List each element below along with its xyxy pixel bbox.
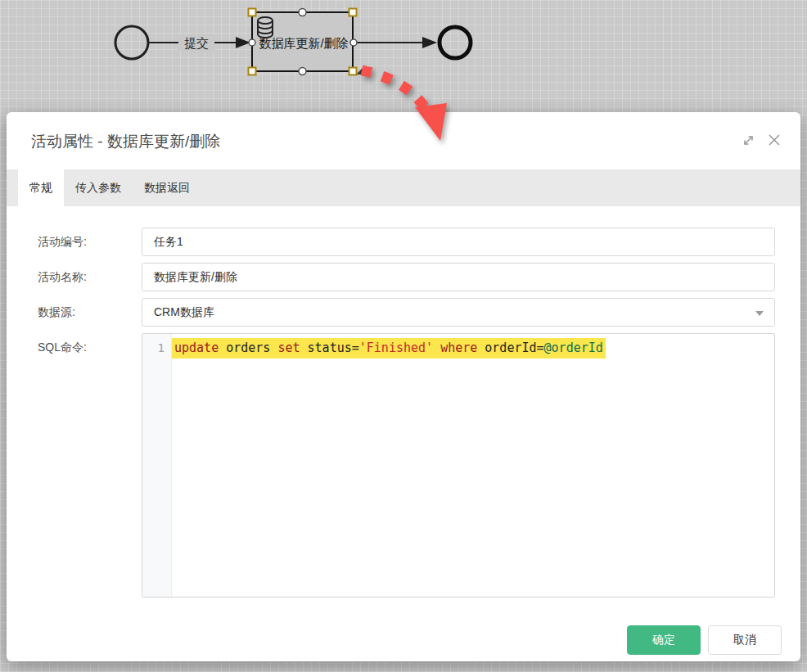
- close-icon[interactable]: [766, 132, 782, 148]
- activity-id-input[interactable]: 任务1: [142, 228, 775, 256]
- task-node-label: 数据库更新/删除: [259, 36, 348, 50]
- form-row-sql: SQL命令: 1 update orders set status='Finis…: [38, 333, 775, 598]
- edge-label[interactable]: 提交: [184, 36, 209, 50]
- line-number: 1: [142, 338, 165, 359]
- end-event-circle[interactable]: [440, 27, 471, 58]
- sql-token: orders: [219, 341, 277, 355]
- editor-code-area[interactable]: update orders set status='Finished' wher…: [172, 334, 774, 597]
- activity-id-label: 活动编号:: [38, 228, 142, 256]
- expand-icon[interactable]: [740, 132, 756, 148]
- activity-name-input[interactable]: 数据库更新/删除: [142, 263, 775, 291]
- activity-id-value: 任务1: [154, 235, 183, 250]
- sql-token: orderId=: [477, 341, 543, 355]
- activity-name-value: 数据库更新/删除: [154, 270, 237, 285]
- sql-line-1[interactable]: update orders set status='Finished' wher…: [172, 338, 774, 359]
- dropdown-caret-icon: [755, 311, 764, 316]
- dialog-title: 活动属性 - 数据库更新/删除: [31, 131, 220, 152]
- sql-token: update: [174, 341, 219, 355]
- activity-name-label: 活动名称:: [38, 263, 142, 291]
- sql-code-editor[interactable]: 1 update orders set status='Finished' wh…: [142, 333, 775, 598]
- sql-token: where: [440, 341, 477, 355]
- datasource-value: CRM数据库: [154, 305, 214, 320]
- cancel-button[interactable]: 取消: [708, 625, 782, 655]
- form-row-activity-name: 活动名称: 数据库更新/删除: [38, 263, 775, 291]
- form-row-activity-id: 活动编号: 任务1: [38, 228, 775, 256]
- tab-input-params[interactable]: 传入参数: [64, 169, 133, 206]
- sql-token: set: [277, 341, 300, 355]
- workflow-canvas[interactable]: 提交 数据库更新/删除: [0, 0, 807, 112]
- sql-token: status=: [300, 341, 359, 355]
- edge-arrowhead-2: [422, 37, 437, 48]
- datasource-select[interactable]: CRM数据库: [142, 298, 775, 327]
- sql-token: [433, 341, 440, 355]
- dialog-footer: 确定 取消: [7, 604, 800, 655]
- dialog-header: 活动属性 - 数据库更新/删除: [7, 112, 800, 169]
- resize-grip[interactable]: [356, 65, 365, 74]
- sql-token: 'Finished': [359, 341, 433, 355]
- ok-button[interactable]: 确定: [627, 625, 701, 655]
- tab-general[interactable]: 常规: [18, 169, 64, 206]
- sql-label: SQL命令:: [38, 333, 142, 598]
- workflow-editor-page: { "canvas": { "edge_label": "提交", "node_…: [0, 0, 807, 672]
- task-node[interactable]: 数据库更新/删除: [252, 12, 353, 71]
- tab-data-return[interactable]: 数据返回: [133, 169, 201, 206]
- dialog-tabbar: 常规 传入参数 数据返回: [7, 169, 800, 206]
- activity-properties-dialog: 活动属性 - 数据库更新/删除 常规 传入参数 数据返回 活动编号: [7, 112, 800, 661]
- dialog-body: 活动编号: 任务1 活动名称: 数据库更新/删除 数据源: CRM数据库 SQL…: [7, 206, 800, 598]
- datasource-label: 数据源:: [38, 298, 142, 327]
- start-event-circle[interactable]: [115, 26, 148, 59]
- form-row-datasource: 数据源: CRM数据库: [38, 298, 775, 327]
- editor-gutter: 1: [142, 334, 172, 597]
- sql-token: @orderId: [544, 341, 603, 355]
